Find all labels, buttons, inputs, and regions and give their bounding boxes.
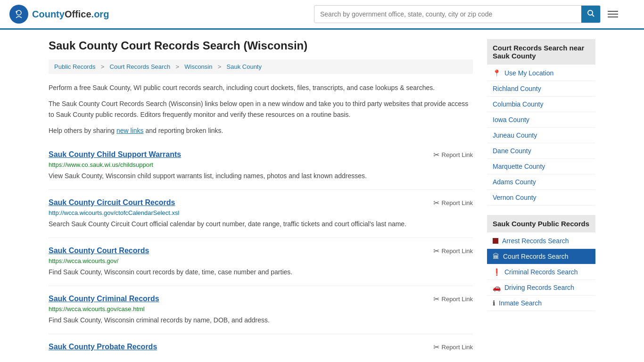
svg-line-4: [592, 15, 594, 16]
nearby-county-richland[interactable]: Richland County: [487, 81, 595, 97]
record-header: Sauk County Court Records ✂ Report Link: [49, 247, 473, 255]
record-desc: View Sauk County, Wisconsin child suppor…: [49, 171, 473, 181]
intro-text-3: Help others by sharing new links and rep…: [49, 125, 473, 136]
page-title: Sauk County Court Records Search (Wiscon…: [49, 39, 473, 52]
nearby-county-vernon[interactable]: Vernon County: [487, 190, 595, 206]
record-header: Sauk County Child Support Warrants ✂ Rep…: [49, 150, 473, 159]
logo-text: CountyOffice.org: [32, 9, 109, 20]
public-records-header: Sauk County Public Records: [487, 215, 595, 232]
breadcrumb-court-records-search[interactable]: Court Records Search: [110, 63, 171, 70]
report-label: Report Link: [442, 296, 473, 303]
menu-button[interactable]: [605, 8, 620, 20]
nearby-header: Court Records Search near Sauk County: [487, 39, 595, 65]
record-item: Sauk County Circuit Court Records ✂ Repo…: [49, 190, 473, 238]
record-title[interactable]: Sauk County Probate Records: [49, 343, 157, 351]
use-location-link[interactable]: Use My Location: [504, 69, 553, 77]
report-icon: ✂: [433, 198, 439, 207]
report-icon: ✂: [433, 295, 439, 304]
intro3-prefix: Help others by sharing: [49, 127, 116, 134]
menu-line-3: [608, 16, 618, 17]
driving-icon: 🚗: [493, 284, 501, 291]
use-location-item[interactable]: 📍 Use My Location: [487, 66, 595, 81]
criminal-icon: ❗: [493, 268, 501, 276]
search-area: [314, 5, 620, 23]
report-icon: ✂: [433, 247, 439, 255]
report-icon: ✂: [433, 150, 439, 159]
report-link-button[interactable]: ✂ Report Link: [433, 295, 473, 304]
inmate-icon: ℹ: [493, 299, 495, 307]
driving-records-link[interactable]: Driving Records Search: [504, 284, 574, 291]
dane-county-link[interactable]: Dane County: [493, 147, 531, 155]
record-url[interactable]: https://wcca.wicourts.gov/case.html: [49, 305, 473, 313]
inmate-search-item[interactable]: ℹ Inmate Search: [487, 296, 595, 311]
breadcrumb-wisconsin[interactable]: Wisconsin: [184, 63, 212, 70]
court-records-item[interactable]: 🏛 Court Records Search: [487, 249, 595, 264]
court-icon: 🏛: [493, 253, 499, 260]
report-link-button[interactable]: ✂ Report Link: [433, 343, 473, 352]
nearby-county-marquette[interactable]: Marquette County: [487, 159, 595, 174]
main-content: Sauk County Court Records Search (Wiscon…: [39, 30, 605, 362]
menu-line-1: [608, 11, 618, 12]
header: CountyOffice.org: [0, 0, 644, 30]
record-desc: Find Sauk County, Wisconsin court record…: [49, 267, 473, 277]
record-item: Sauk County Court Records ✂ Report Link …: [49, 238, 473, 286]
content-left: Sauk County Court Records Search (Wiscon…: [49, 39, 473, 362]
record-url[interactable]: https://wcca.wicourts.gov/: [49, 257, 473, 264]
arrest-records-item[interactable]: Arrest Records Search: [487, 233, 595, 249]
location-icon: 📍: [493, 69, 501, 77]
record-header: Sauk County Criminal Records ✂ Report Li…: [49, 295, 473, 304]
breadcrumb-sauk-county[interactable]: Sauk County: [227, 63, 262, 70]
records-list: Sauk County Child Support Warrants ✂ Rep…: [49, 142, 473, 362]
record-desc: Search Sauk County Circuit Court officia…: [49, 219, 473, 229]
intro3-suffix: and reporting broken links.: [144, 127, 223, 134]
columbia-county-link[interactable]: Columbia County: [493, 100, 543, 108]
report-link-button[interactable]: ✂ Report Link: [433, 150, 473, 159]
record-url[interactable]: https://www.co.sauk.wi.us/childsupport: [49, 161, 473, 168]
record-item: Sauk County Criminal Records ✂ Report Li…: [49, 286, 473, 334]
record-header: Sauk County Probate Records ✂ Report Lin…: [49, 343, 473, 352]
juneau-county-link[interactable]: Juneau County: [493, 132, 537, 139]
breadcrumb-public-records[interactable]: Public Records: [54, 63, 95, 70]
report-link-button[interactable]: ✂ Report Link: [433, 247, 473, 255]
logo-domain: .org: [91, 9, 109, 19]
new-links-link[interactable]: new links: [116, 127, 144, 134]
sidebar: Court Records Search near Sauk County 📍 …: [487, 39, 595, 362]
nearby-county-juneau[interactable]: Juneau County: [487, 128, 595, 143]
nearby-section: Court Records Search near Sauk County 📍 …: [487, 39, 595, 206]
record-title[interactable]: Sauk County Circuit Court Records: [49, 198, 175, 207]
record-title[interactable]: Sauk County Criminal Records: [49, 295, 159, 303]
logo-svg: [12, 8, 25, 21]
criminal-records-item[interactable]: ❗ Criminal Records Search: [487, 264, 595, 280]
record-title[interactable]: Sauk County Child Support Warrants: [49, 150, 181, 159]
nearby-county-columbia[interactable]: Columbia County: [487, 97, 595, 112]
driving-records-item[interactable]: 🚗 Driving Records Search: [487, 280, 595, 296]
report-link-button[interactable]: ✂ Report Link: [433, 198, 473, 207]
search-wrapper: [314, 5, 601, 23]
search-button[interactable]: [581, 6, 600, 23]
menu-line-2: [608, 14, 618, 15]
vernon-county-link[interactable]: Vernon County: [493, 194, 537, 201]
public-records-section: Sauk County Public Records Arrest Record…: [487, 215, 595, 311]
intro-text-1: Perform a free Sauk County, WI public co…: [49, 82, 473, 93]
breadcrumb: Public Records > Court Records Search > …: [49, 59, 473, 74]
logo-county: County: [32, 9, 65, 19]
inmate-search-link[interactable]: Inmate Search: [499, 299, 542, 307]
criminal-records-link[interactable]: Criminal Records Search: [504, 268, 578, 276]
report-label: Report Link: [442, 151, 473, 158]
richland-county-link[interactable]: Richland County: [493, 85, 541, 92]
arrest-records-link[interactable]: Arrest Records Search: [502, 237, 569, 245]
iowa-county-link[interactable]: Iowa County: [493, 116, 529, 123]
record-title[interactable]: Sauk County Court Records: [49, 247, 149, 255]
arrest-icon: [493, 238, 498, 244]
logo-icon: [9, 5, 28, 24]
search-input[interactable]: [314, 7, 581, 22]
report-icon: ✂: [433, 343, 439, 352]
nearby-county-dane[interactable]: Dane County: [487, 143, 595, 159]
marquette-county-link[interactable]: Marquette County: [493, 163, 545, 170]
nearby-county-iowa[interactable]: Iowa County: [487, 112, 595, 128]
adams-county-link[interactable]: Adams County: [493, 178, 536, 186]
record-url[interactable]: http://wcca.wicourts.gov/ctofcCalendarSe…: [49, 209, 473, 216]
intro-text-2: The Sauk County Court Records Search (Wi…: [49, 99, 473, 120]
svg-point-0: [13, 8, 25, 20]
nearby-county-adams[interactable]: Adams County: [487, 174, 595, 190]
